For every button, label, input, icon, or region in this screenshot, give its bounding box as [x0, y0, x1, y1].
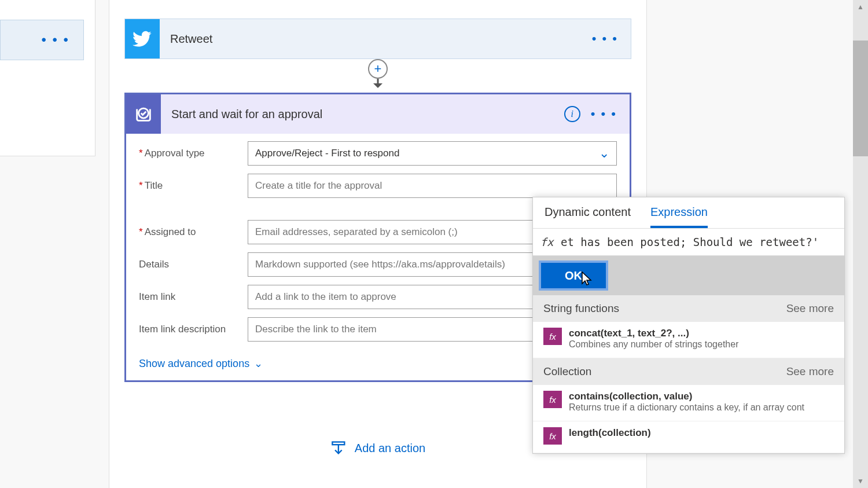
- itemdesc-label: Item link description: [139, 324, 248, 335]
- title-label: Title: [139, 180, 248, 192]
- fx-pill-icon: fx: [543, 391, 562, 408]
- retweet-title: Retweet: [170, 32, 592, 46]
- scrollbar-thumb[interactable]: [853, 41, 868, 156]
- expression-input-row[interactable]: fx et has been posted; Should we retweet…: [533, 228, 844, 256]
- left-card-menu[interactable]: • • •: [0, 20, 84, 60]
- approval-type-label: Approval type: [139, 148, 248, 159]
- assigned-label: Assigned to: [139, 226, 248, 238]
- svg-rect-3: [332, 442, 344, 445]
- add-action-icon: [330, 440, 347, 456]
- details-label: Details: [139, 259, 248, 270]
- function-contains[interactable]: fx contains(collection, value) Returns t…: [533, 385, 844, 421]
- retweet-menu-button[interactable]: • • •: [592, 31, 618, 46]
- function-length[interactable]: fx length(collection): [533, 421, 844, 453]
- tab-dynamic-content[interactable]: Dynamic content: [545, 206, 631, 228]
- see-more-collection[interactable]: See more: [786, 365, 834, 378]
- approval-menu-button[interactable]: • • •: [591, 107, 617, 122]
- ok-button[interactable]: OK: [539, 260, 608, 291]
- retweet-card[interactable]: Retweet • • •: [124, 19, 631, 59]
- scroll-down-icon[interactable]: ▼: [853, 474, 868, 488]
- section-string-functions: String functions See more: [533, 295, 844, 322]
- connector: +: [366, 59, 389, 93]
- title-input[interactable]: Create a title for the approval: [248, 174, 617, 198]
- info-icon[interactable]: i: [564, 106, 580, 122]
- chevron-down-icon: ⌄: [599, 146, 609, 161]
- add-step-button[interactable]: +: [368, 59, 388, 79]
- function-concat[interactable]: fx concat(text_1, text_2?, ...) Combines…: [533, 322, 844, 358]
- svg-marker-1: [373, 83, 382, 88]
- see-more-string[interactable]: See more: [786, 302, 834, 315]
- expression-input[interactable]: et has been posted; Should we retweet?': [561, 236, 844, 248]
- scroll-up-icon[interactable]: ▲: [853, 0, 868, 14]
- chevron-down-icon: ⌄: [254, 357, 263, 370]
- approval-type-select[interactable]: Approve/Reject - First to respond ⌄: [248, 141, 617, 166]
- mouse-cursor-icon: [579, 271, 593, 287]
- expression-popup: Dynamic content Expression fx et has bee…: [532, 197, 845, 454]
- retweet-header: Retweet • • •: [125, 19, 631, 58]
- section-collection: Collection See more: [533, 358, 844, 385]
- add-action-button[interactable]: Add an action: [330, 440, 425, 456]
- show-advanced-button[interactable]: Show advanced options ⌄: [139, 357, 263, 370]
- tab-expression[interactable]: Expression: [650, 206, 708, 228]
- approval-title: Start and wait for an approval: [171, 108, 564, 121]
- vertical-scrollbar[interactable]: ▲ ▼: [853, 0, 868, 488]
- dots-icon: • • •: [41, 32, 69, 48]
- approval-type-value: Approve/Reject - First to respond: [255, 148, 399, 159]
- arrow-down-icon: [370, 79, 385, 88]
- fx-icon: fx: [533, 236, 561, 248]
- twitter-icon: [125, 19, 160, 58]
- fx-pill-icon: fx: [543, 328, 562, 345]
- fx-pill-icon: fx: [543, 427, 562, 445]
- itemlink-label: Item link: [139, 291, 248, 303]
- approval-header[interactable]: Start and wait for an approval i • • •: [126, 94, 630, 134]
- approval-icon: [126, 94, 161, 134]
